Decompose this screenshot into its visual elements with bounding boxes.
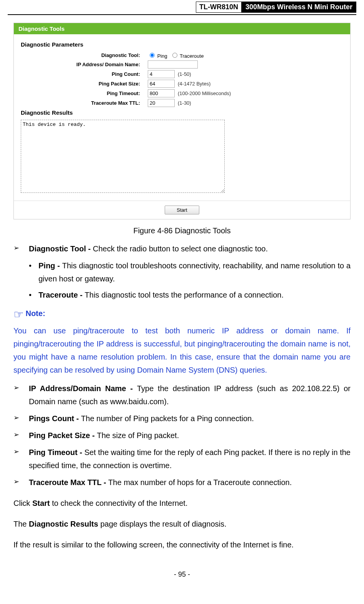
figure-caption: Figure 4-86 Diagnostic Tools — [13, 226, 351, 235]
bullet-diag-tool: ➢ Diagnostic Tool - Check the radio butt… — [13, 242, 351, 255]
row-diag-tool: Diagnostic Tool: Ping Traceroute — [21, 52, 343, 59]
bullet-ip-addr: ➢ IP Address/Domain Name - Type the dest… — [13, 382, 351, 408]
row-ttl: Traceroute Max TTL: (1-30) — [21, 99, 343, 107]
start-button[interactable]: Start — [165, 206, 199, 214]
bold-ip: IP Address/Domain Name - — [29, 384, 137, 393]
params-heading: Diagnostic Parameters — [21, 41, 343, 48]
bullet-arrow-icon: ➢ — [13, 429, 29, 442]
pointing-hand-icon: ☞ — [13, 308, 24, 321]
input-ttl[interactable] — [148, 99, 175, 107]
note-body: You can use ping/traceroute to test both… — [13, 324, 351, 376]
bold-trace: Traceroute - — [38, 291, 85, 299]
row-timeout: Ping Timeout: (100-2000 Milliseconds) — [21, 89, 343, 97]
bullet-pings-count: ➢ Pings Count - The number of Ping packe… — [13, 412, 351, 425]
radio-ping-label: Ping — [157, 53, 167, 59]
text-count: The number of Ping packets for a Ping co… — [81, 414, 254, 423]
radio-traceroute[interactable] — [172, 53, 177, 58]
product-name: 300Mbps Wireless N Mini Router — [242, 2, 356, 13]
bullet-arrow-icon: ➢ — [13, 476, 29, 489]
bold-ping: Ping - — [38, 261, 62, 270]
hint-count: (1-50) — [178, 71, 191, 77]
row-count: Ping Count: (1-50) — [21, 70, 343, 78]
para1-post: to check the connectivity of the Interne… — [50, 499, 187, 507]
bullet-dot-icon: • — [29, 288, 38, 301]
label-ip: IP Address/ Domain Name: — [21, 62, 148, 67]
label-diag-tool: Diagnostic Tool: — [21, 52, 148, 58]
bullet-traceroute: • Traceroute - This diagnostic tool test… — [29, 288, 351, 301]
row-ip: IP Address/ Domain Name: — [21, 60, 343, 69]
page-number: - 95 - — [0, 563, 364, 586]
para2-bold: Diagnostic Results — [29, 520, 98, 528]
label-size: Ping Packet Size: — [21, 81, 148, 87]
text-ttl: The max number of hops for a Traceroute … — [108, 478, 292, 487]
label-ttl: Traceroute Max TTL: — [21, 100, 148, 106]
row-size: Ping Packet Size: (4-1472 Bytes) — [21, 80, 343, 88]
results-box: This device is ready. — [21, 120, 225, 193]
bullet-packet-size: ➢ Ping Packet Size - The size of Ping pa… — [13, 429, 351, 442]
input-count[interactable] — [148, 70, 175, 78]
page-content: Diagnostic Tools Diagnostic Parameters D… — [0, 15, 364, 563]
results-heading: Diagnostic Results — [21, 109, 343, 116]
hint-size: (4-1472 Bytes) — [178, 81, 210, 87]
bullet-arrow-icon: ➢ — [13, 412, 29, 425]
page-header: TL-WR810N 300Mbps Wireless N Mini Router — [8, 0, 356, 15]
bullet-ping: • Ping - This diagnostic tool troublesho… — [29, 259, 351, 285]
hint-timeout: (100-2000 Milliseconds) — [178, 90, 231, 96]
para-result-similar: If the result is similar to the followin… — [13, 538, 351, 551]
note-label: Note: — [25, 309, 45, 318]
bold-count: Pings Count - — [29, 414, 81, 423]
bullet-arrow-icon: ➢ — [13, 242, 29, 255]
input-size[interactable] — [148, 80, 175, 88]
input-timeout[interactable] — [148, 89, 175, 97]
para1-bold: Start — [32, 499, 50, 507]
bullet-arrow-icon: ➢ — [13, 446, 29, 472]
model-number: TL-WR810N — [196, 2, 242, 13]
radio-traceroute-wrapper[interactable]: Traceroute — [170, 52, 204, 59]
bullet-arrow-icon: ➢ — [13, 382, 29, 408]
radio-ping[interactable] — [150, 53, 155, 58]
bold-ttl: Traceroute Max TTL - — [29, 478, 108, 487]
bullet-ping-timeout: ➢ Ping Timeout - Set the waiting time fo… — [13, 446, 351, 472]
text-size: The size of Ping packet. — [97, 431, 179, 440]
text-ping: This diagnostic tool troubleshoots conne… — [38, 261, 351, 283]
bold-diag-tool: Diagnostic Tool - — [29, 244, 93, 253]
label-count: Ping Count: — [21, 71, 148, 77]
text-diag-tool: Check the radio button to select one dia… — [93, 244, 268, 253]
para2-post: page displays the result of diagnosis. — [98, 520, 227, 528]
bold-size: Ping Packet Size - — [29, 431, 97, 440]
para1-pre: Click — [13, 499, 32, 507]
bullet-dot-icon: • — [29, 259, 38, 285]
bullet-max-ttl: ➢ Traceroute Max TTL - The max number of… — [13, 476, 351, 489]
hint-ttl: (1-30) — [178, 100, 191, 106]
note-header: ☞ Note: — [13, 308, 351, 321]
text-trace: This diagnostic tool tests the performan… — [85, 291, 284, 299]
panel-title: Diagnostic Tools — [14, 23, 350, 35]
radio-traceroute-label: Traceroute — [180, 53, 204, 59]
diagnostic-panel: Diagnostic Tools Diagnostic Parameters D… — [13, 23, 351, 219]
label-timeout: Ping Timeout: — [21, 90, 148, 96]
para-diag-results: The Diagnostic Results page displays the… — [13, 517, 351, 530]
radio-ping-wrapper[interactable]: Ping — [148, 52, 167, 59]
para-click-start: Click Start to check the connectivity of… — [13, 497, 351, 510]
para2-pre: The — [13, 520, 29, 528]
input-ip[interactable] — [148, 60, 198, 69]
bold-timeout: Ping Timeout - — [29, 448, 84, 457]
